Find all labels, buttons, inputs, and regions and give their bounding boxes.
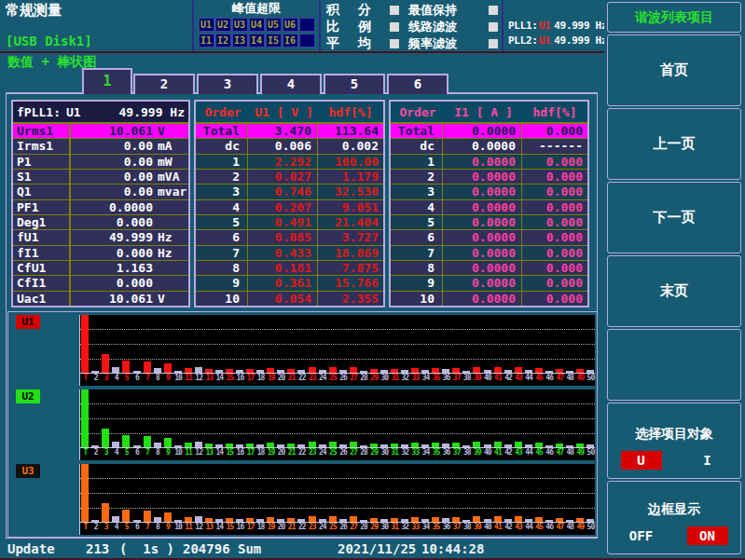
harmonic-bar (256, 519, 264, 522)
harmonic-order: 6 (391, 230, 443, 244)
tab-element-6[interactable]: 6 (387, 74, 448, 94)
gridline (80, 418, 595, 419)
harmonic-bar (421, 370, 429, 373)
softkey-2[interactable]: 上一页 (607, 108, 741, 180)
harmonic-hdf: 15.766 (318, 276, 383, 290)
option-i[interactable]: I (687, 451, 728, 470)
element-unit: V (153, 124, 188, 138)
harmonic-bar (154, 517, 161, 522)
page-title: 常规测量 (6, 2, 185, 20)
harmonic-order: 5 (391, 215, 443, 229)
harmonic-bar (164, 438, 172, 447)
harmonic-bar (122, 435, 130, 447)
border-display-button[interactable]: 边框显示 OFF ON (607, 481, 741, 554)
softkey-4[interactable]: 末页 (607, 255, 741, 327)
harmonic-bar (164, 363, 172, 373)
time-display: 10:44:28 (421, 541, 484, 556)
flag-checkbox-indicator (489, 39, 498, 48)
harmonic-order: 9 (391, 276, 443, 290)
harmonic-bar (494, 367, 502, 373)
harmonics-row-10: 100.0542.355 (196, 292, 383, 306)
tab-element-2[interactable]: 2 (133, 74, 195, 94)
peak-i-indicators: I1I2I3I4I5I6 (197, 34, 316, 48)
tab-element-5[interactable]: 5 (324, 74, 385, 94)
harmonic-bar (185, 368, 192, 373)
harmonic-bar (411, 368, 419, 373)
select-item-object-button[interactable]: 选择项目对象 U I (607, 403, 741, 479)
peak-indicator-u: U2 (215, 18, 231, 32)
harmonic-bar (205, 444, 213, 447)
harmonic-bar (350, 442, 357, 447)
update-interval: ( 1s ) (119, 541, 174, 556)
date-display: 2021/11/25 (338, 541, 416, 556)
harmonic-order: 2 (391, 170, 443, 184)
softkey-3[interactable]: 下一页 (607, 182, 741, 253)
harmonic-bar (226, 369, 233, 373)
element-row-CfI1: CfI10.000 (13, 276, 188, 291)
fpll-label: fPLL1: (17, 105, 61, 119)
element-name: PF1 (13, 200, 71, 214)
harmonics-row-2: 20.00000.000 (391, 170, 587, 184)
softkey-1[interactable]: 首页 (607, 34, 741, 106)
option-on[interactable]: ON (687, 526, 728, 545)
peak-over-limit-title: 峰值超限 (197, 1, 316, 16)
harmonic-bar (195, 442, 202, 447)
harmonic-hdf: 0.000 (522, 215, 587, 229)
harmonic-hdf: 0.000 (522, 230, 587, 244)
harmonic-value: 0.0000 (443, 261, 522, 275)
harmonic-hdf: 0.000 (522, 155, 587, 169)
element-rows: Urms110.061VIrms10.00mAP10.00mWS10.00mVA… (13, 124, 188, 306)
element-name: Irms1 (13, 139, 71, 153)
harmonics-row-10: 100.00000.000 (391, 292, 587, 306)
harmonic-bar (81, 464, 89, 522)
tab-element-3[interactable]: 3 (197, 74, 258, 94)
element-value: 0.000 (71, 276, 153, 290)
tab-element-1[interactable]: 1 (82, 68, 132, 94)
option-off[interactable]: OFF (621, 526, 662, 545)
element-name: S1 (13, 170, 71, 184)
harmonic-bar (309, 367, 316, 373)
peak-indicator-u (299, 18, 315, 32)
harmonic-bar (535, 443, 543, 447)
border-display-options: OFF ON (608, 526, 740, 545)
harmonic-bar (473, 367, 480, 373)
select-item-object-label: 选择项目对象 (635, 426, 713, 443)
harmonic-order: 10 (391, 292, 443, 306)
harmonic-bar (122, 510, 130, 522)
harmonic-order: 10 (196, 292, 248, 306)
harmonic-bar (576, 444, 584, 447)
harmonic-bar (452, 368, 460, 373)
harmonic-value: 0.181 (248, 261, 318, 275)
harmonic-value: 0.0000 (443, 215, 522, 229)
update-label: Update (7, 541, 55, 556)
harmonic-bar (586, 370, 594, 373)
element-row-S1: S10.00mVA (13, 170, 188, 184)
option-u[interactable]: U (621, 451, 662, 470)
harmonic-hdf: 0.000 (522, 124, 587, 138)
harmonic-bar (91, 520, 99, 522)
harmonic-bar (484, 370, 491, 373)
harmonic-bar (586, 444, 594, 447)
tab-element-4[interactable]: 4 (260, 74, 322, 94)
harmonic-bar (154, 443, 161, 447)
harmonic-value: 0.0000 (443, 230, 522, 244)
element-value: 49.999 (71, 230, 153, 244)
peak-u-indicators: U1U2U3U4U5U6 (197, 18, 316, 32)
harmonic-bar (370, 369, 378, 373)
value-header: I1 [ A ] (445, 105, 522, 119)
u-harmonics-table: OrderU1 [ V ]hdf[%]Total3.470113.64dc0.0… (194, 100, 385, 307)
harmonic-chart-u2: U2T2345678910111213141516171819202122232… (8, 387, 597, 461)
flag-checkbox-indicator (489, 6, 498, 15)
harmonic-bar (329, 367, 337, 373)
harmonic-hdf: 1.179 (318, 170, 383, 184)
harmonic-order: Total (196, 124, 248, 138)
harmonic-bar (462, 445, 470, 447)
softkey-empty[interactable] (607, 329, 741, 401)
harmonic-value: 0.054 (248, 292, 318, 306)
harmonic-hdf: 0.002 (318, 139, 383, 153)
harmonic-bar (267, 443, 274, 447)
harmonic-bar (205, 369, 213, 373)
harmonic-hdf: 0.000 (522, 200, 587, 214)
harmonic-bar (297, 444, 305, 447)
flag-label: 频率滤波 (408, 35, 457, 52)
